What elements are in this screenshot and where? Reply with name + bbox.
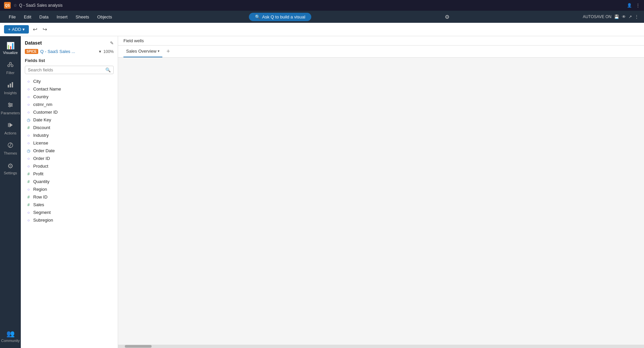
field-item[interactable]: #Discount (25, 124, 114, 131)
nav-item-settings[interactable]: ⚙ Settings (1, 159, 20, 178)
field-item[interactable]: ○Segment (25, 209, 114, 216)
actions-icon (7, 122, 14, 130)
more-icon[interactable]: ⋮ (635, 14, 639, 19)
dataset-edit-icon[interactable]: ✎ (110, 41, 114, 46)
dataset-name[interactable]: Q - SaaS Sales ... (40, 49, 97, 54)
field-item[interactable]: ○Product (25, 162, 114, 170)
menu-item-data[interactable]: Data (36, 13, 52, 21)
undo-button[interactable]: ↩ (32, 25, 39, 33)
field-wells-bar: Field wells (118, 36, 644, 46)
svg-point-2 (11, 65, 13, 67)
field-type-icon: # (26, 172, 31, 176)
field-name: City (33, 79, 41, 84)
field-name: Country (33, 94, 49, 99)
field-name: Discount (33, 125, 50, 130)
gear-icon[interactable]: ⚙ (445, 14, 449, 20)
field-item[interactable]: #Quantity (25, 178, 114, 185)
field-item[interactable]: #Profit (25, 170, 114, 178)
dataset-dropdown-icon[interactable]: ▾ (99, 49, 101, 54)
field-item[interactable]: ◷Date Key (25, 116, 114, 124)
field-item[interactable]: ○Subregion (25, 216, 114, 224)
sheet-tabs: Sales Overview ▾ + (118, 46, 644, 58)
dataset-percent: 100% (103, 49, 114, 54)
field-name: Order Date (33, 148, 55, 153)
menu-bar: File Edit Data Insert Sheets Objects 🔍 A… (0, 11, 644, 23)
field-list: ○City○Contact Name○Country○cstmr_nm○Cust… (25, 77, 114, 344)
nav-item-actions[interactable]: Actions (1, 119, 20, 138)
star-icon[interactable]: ☆ (13, 3, 17, 8)
nav-item-community[interactable]: 👥 Community (1, 327, 20, 345)
settings-icon: ⚙ (7, 162, 13, 170)
main-layout: 📊 Visualize Filter Insights Parameters (0, 36, 644, 348)
add-sheet-tab-icon[interactable]: + (165, 48, 171, 55)
menu-item-edit[interactable]: Edit (20, 13, 35, 21)
field-item[interactable]: ○Industry (25, 131, 114, 139)
dataset-title: Dataset (25, 40, 42, 46)
community-label: Community (1, 339, 20, 343)
field-type-icon: ○ (26, 133, 31, 138)
svg-point-11 (9, 106, 10, 107)
field-item[interactable]: ○Country (25, 93, 114, 101)
apps-icon[interactable]: ⋮ (636, 3, 640, 8)
horizontal-scrollbar[interactable] (118, 345, 644, 348)
field-item[interactable]: ○Order ID (25, 155, 114, 162)
share-icon[interactable]: ↗ (629, 14, 632, 19)
nav-item-filter[interactable]: Filter (1, 59, 20, 77)
field-type-icon: ○ (26, 87, 31, 92)
field-type-icon: # (26, 125, 31, 130)
field-type-icon: ○ (26, 102, 31, 107)
ask-q-button[interactable]: 🔍 Ask Q to build a visual (249, 13, 312, 21)
svg-point-9 (9, 103, 10, 104)
menu-item-file[interactable]: File (5, 13, 19, 21)
redo-button[interactable]: ↪ (41, 25, 48, 33)
field-type-icon: ○ (26, 156, 31, 161)
insights-icon (7, 81, 14, 90)
nav-item-visualize[interactable]: 📊 Visualize (1, 39, 20, 57)
field-item[interactable]: ○Contact Name (25, 85, 114, 93)
search-box: 🔍 (25, 66, 114, 74)
field-item[interactable]: ○Region (25, 185, 114, 193)
field-item[interactable]: ○cstmr_nm (25, 101, 114, 108)
add-chevron-icon: ▾ (22, 27, 25, 32)
nav-item-parameters[interactable]: Parameters (1, 99, 20, 118)
sheet-tab-sales-overview[interactable]: Sales Overview ▾ (123, 46, 162, 57)
canvas-area[interactable] (118, 58, 644, 345)
sheet-tab-dropdown-icon[interactable]: ▾ (158, 49, 160, 53)
field-name: Subregion (33, 218, 53, 223)
field-item[interactable]: ○City (25, 77, 114, 85)
field-type-icon: # (26, 179, 31, 184)
add-button[interactable]: + ADD ▾ (4, 25, 29, 34)
search-input[interactable] (28, 67, 103, 72)
field-type-icon: ○ (26, 218, 31, 223)
ask-q-label: Ask Q to build a visual (262, 14, 306, 19)
svg-rect-3 (8, 85, 9, 88)
field-type-icon: ○ (26, 187, 31, 192)
field-item[interactable]: ◷Order Date (25, 147, 114, 155)
field-type-icon: ◷ (26, 149, 31, 153)
field-type-icon: ○ (26, 141, 31, 146)
field-item[interactable]: ○License (25, 139, 114, 147)
field-item[interactable]: #Row ID (25, 193, 114, 201)
tab-title: ☆ Q - SaaS Sales analysis (13, 3, 62, 8)
preview-icon[interactable]: 👁 (622, 14, 626, 19)
scrollbar-thumb[interactable] (125, 345, 152, 348)
nav-item-themes[interactable]: Themes (1, 139, 20, 158)
menu-item-insert[interactable]: Insert (53, 13, 71, 21)
dataset-row: SPICE Q - SaaS Sales ... ▾ 100% (25, 49, 114, 54)
menu-item-sheets[interactable]: Sheets (72, 13, 92, 21)
filter-icon (7, 61, 14, 70)
save-icon[interactable]: 💾 (614, 14, 619, 19)
toolbar: + ADD ▾ ↩ ↪ (0, 23, 644, 36)
field-type-icon: ○ (26, 164, 31, 169)
menu-item-objects[interactable]: Objects (94, 13, 115, 21)
nav-item-insights[interactable]: Insights (1, 79, 20, 98)
field-item[interactable]: #Sales (25, 201, 114, 209)
search-icon: 🔍 (105, 67, 111, 72)
app-logo: QS (4, 2, 11, 9)
visualize-label: Visualize (3, 51, 18, 55)
field-item[interactable]: ○Customer ID (25, 108, 114, 116)
field-type-icon: ○ (26, 79, 31, 84)
add-label: ADD (12, 27, 21, 32)
user-icon[interactable]: 👤 (627, 3, 632, 8)
insights-label: Insights (4, 91, 17, 95)
